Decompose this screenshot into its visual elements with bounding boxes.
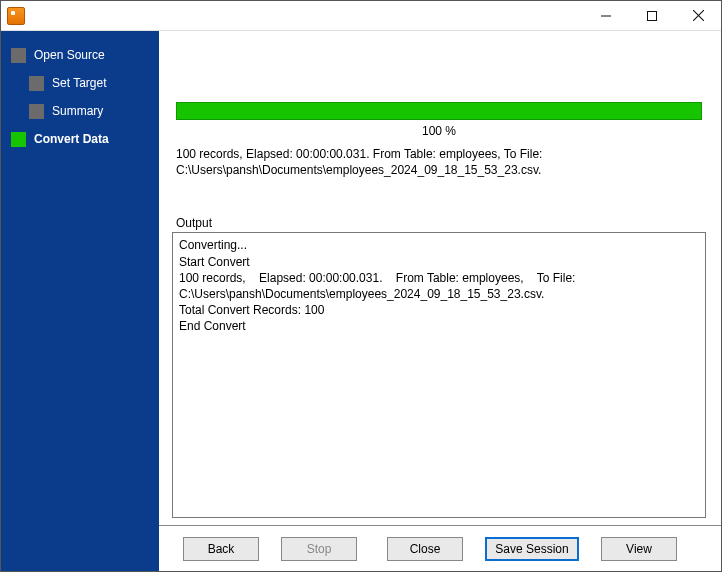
step-box-icon: [29, 104, 44, 119]
maximize-button[interactable]: [629, 1, 675, 30]
step-set-target[interactable]: Set Target: [5, 71, 155, 95]
step-label: Set Target: [52, 76, 106, 90]
status-line: 100 records, Elapsed: 00:00:00.031. From…: [176, 146, 702, 162]
step-open-source[interactable]: Open Source: [5, 43, 155, 67]
step-label: Convert Data: [34, 132, 109, 146]
close-button[interactable]: Close: [387, 537, 463, 561]
progress-wrap: [172, 102, 706, 120]
step-box-icon: [11, 48, 26, 63]
step-summary[interactable]: Summary: [5, 99, 155, 123]
titlebar: [1, 1, 721, 31]
view-button[interactable]: View: [601, 537, 677, 561]
stop-button: Stop: [281, 537, 357, 561]
step-label: Summary: [52, 104, 103, 118]
minimize-button[interactable]: [583, 1, 629, 30]
progress-percent-label: 100 %: [172, 120, 706, 146]
step-box-icon: [11, 132, 26, 147]
progress-bar: [176, 102, 702, 120]
step-box-icon: [29, 76, 44, 91]
output-textarea[interactable]: Converting... Start Convert 100 records,…: [172, 232, 706, 518]
status-text: 100 records, Elapsed: 00:00:00.031. From…: [172, 146, 706, 188]
save-session-button[interactable]: Save Session: [485, 537, 579, 561]
app-window: Open Source Set Target Summary Convert D…: [0, 0, 722, 572]
wizard-sidebar: Open Source Set Target Summary Convert D…: [1, 31, 159, 571]
window-body: Open Source Set Target Summary Convert D…: [1, 31, 721, 571]
step-label: Open Source: [34, 48, 105, 62]
app-icon: [7, 7, 25, 25]
back-button[interactable]: Back: [183, 537, 259, 561]
main-panel: 100 % 100 records, Elapsed: 00:00:00.031…: [159, 31, 721, 571]
close-window-button[interactable]: [675, 1, 721, 30]
minimize-icon: [601, 11, 611, 21]
wizard-footer: Back Stop Close Save Session View: [159, 525, 721, 571]
content-inner: 100 % 100 records, Elapsed: 00:00:00.031…: [171, 41, 707, 519]
close-icon: [693, 10, 704, 21]
step-convert-data[interactable]: Convert Data: [5, 127, 155, 151]
content-area: 100 % 100 records, Elapsed: 00:00:00.031…: [159, 31, 721, 525]
output-label: Output: [172, 188, 706, 232]
window-controls: [583, 1, 721, 30]
maximize-icon: [647, 11, 657, 21]
status-line: C:\Users\pansh\Documents\employees_2024_…: [176, 162, 702, 178]
